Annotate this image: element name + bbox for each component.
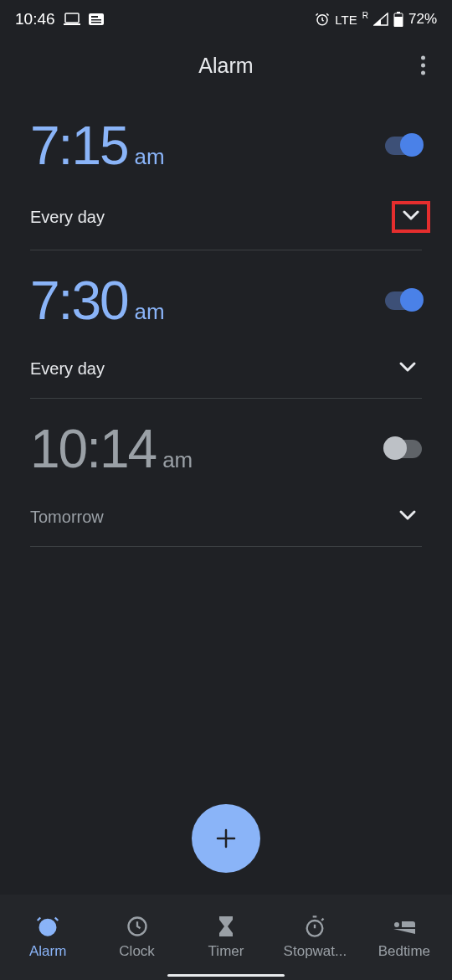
chevron-down-icon <box>402 209 420 221</box>
alarm-status-icon <box>315 12 330 27</box>
alarm-icon <box>36 915 59 938</box>
chevron-down-icon <box>398 361 417 373</box>
bed-icon <box>392 915 417 938</box>
news-icon <box>89 13 104 25</box>
roaming-label: R <box>362 11 368 20</box>
svg-rect-0 <box>65 13 79 23</box>
alarm-row: 10:14 am Tomorrow <box>30 399 422 547</box>
clock-icon <box>126 915 149 938</box>
alarm-list: 7:15 am Every day 7:30 am Every day <box>0 95 452 547</box>
status-bar: 10:46 LTE R 72% <box>0 0 452 35</box>
expand-alarm-button[interactable] <box>393 356 422 381</box>
alarm-repeat-label: Tomorrow <box>30 508 104 527</box>
chevron-down-icon <box>398 509 417 521</box>
nav-stopwatch[interactable]: Stopwat... <box>270 915 359 960</box>
svg-rect-5 <box>91 22 101 23</box>
svg-rect-1 <box>64 23 80 25</box>
alarm-ampm: am <box>135 144 165 170</box>
nav-bedtime[interactable]: Bedtime <box>360 915 449 960</box>
alarm-ampm: am <box>162 447 193 473</box>
network-label: LTE <box>335 13 357 27</box>
alarm-time-value: 7:15 <box>30 119 128 173</box>
expand-alarm-button[interactable] <box>393 504 422 529</box>
alarm-time-value: 10:14 <box>30 422 156 476</box>
alarm-time-button[interactable]: 7:15 am <box>30 119 165 173</box>
alarm-row: 7:15 am Every day <box>30 95 422 250</box>
home-indicator[interactable] <box>167 974 285 977</box>
battery-icon <box>393 12 403 27</box>
signal-icon <box>373 13 388 26</box>
alarm-ampm: am <box>135 299 165 325</box>
nav-timer[interactable]: Timer <box>182 915 270 960</box>
alarm-time-value: 7:30 <box>30 274 128 328</box>
alarm-time-button[interactable]: 10:14 am <box>30 422 193 476</box>
bottom-nav: Alarm Clock Timer Stopwat... Bedtime <box>0 895 452 980</box>
plus-icon <box>213 825 239 852</box>
nav-clock[interactable]: Clock <box>92 915 181 960</box>
svg-rect-4 <box>91 19 101 21</box>
battery-percent: 72% <box>408 11 437 28</box>
nav-alarm[interactable]: Alarm <box>3 915 92 960</box>
overflow-menu-button[interactable] <box>414 49 432 82</box>
expand-alarm-button[interactable] <box>392 201 430 233</box>
alarm-toggle[interactable] <box>385 440 422 458</box>
alarm-time-button[interactable]: 7:30 am <box>30 274 165 328</box>
svg-rect-9 <box>394 17 403 27</box>
hourglass-icon <box>216 915 236 938</box>
page-title: Alarm <box>198 54 253 78</box>
svg-rect-3 <box>91 16 98 18</box>
status-time: 10:46 <box>15 10 55 28</box>
stopwatch-icon <box>303 915 326 938</box>
status-right: LTE R 72% <box>315 11 437 28</box>
nav-label: Timer <box>208 943 244 960</box>
alarm-repeat-label: Every day <box>30 208 105 227</box>
alarm-toggle[interactable] <box>385 291 422 310</box>
laptop-icon <box>64 13 80 26</box>
nav-label: Bedtime <box>378 943 430 960</box>
add-alarm-button[interactable] <box>192 804 260 873</box>
nav-label: Stopwat... <box>284 943 347 960</box>
status-left: 10:46 <box>15 10 104 28</box>
app-header: Alarm <box>0 35 452 95</box>
alarm-repeat-label: Every day <box>30 359 105 379</box>
nav-label: Alarm <box>29 943 66 960</box>
alarm-toggle[interactable] <box>385 137 422 155</box>
nav-label: Clock <box>119 943 155 960</box>
alarm-row: 7:30 am Every day <box>30 250 422 399</box>
